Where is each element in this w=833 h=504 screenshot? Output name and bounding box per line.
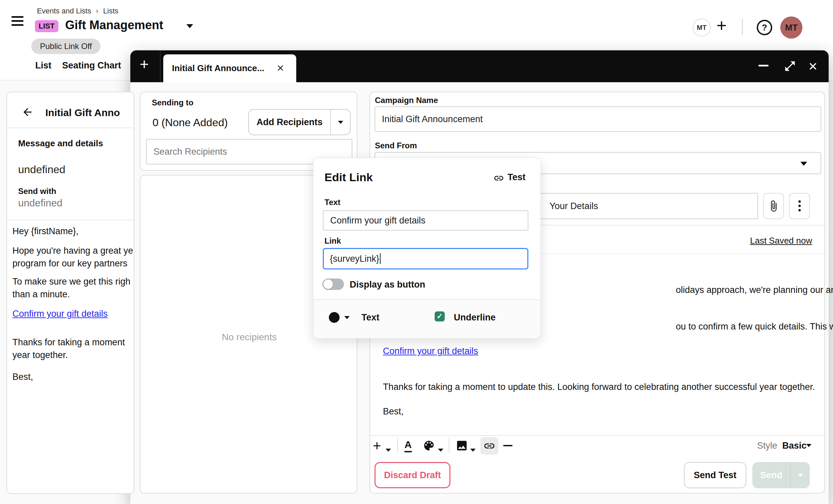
titlebar-divider	[160, 50, 161, 82]
link-text-input[interactable]	[323, 210, 528, 230]
paperclip-icon	[767, 200, 780, 212]
preview-line: Hope you're having a great ye	[13, 246, 133, 256]
campaign-detail-panel: Initial Gift Anno Message and details un…	[6, 92, 134, 494]
chevron-down-icon	[798, 474, 803, 477]
sending-to-label: Sending to	[152, 98, 193, 107]
breadcrumb-item-lists[interactable]: Lists	[103, 7, 118, 15]
attach-file-button[interactable]	[763, 193, 784, 219]
breadcrumb-item-events[interactable]: Events and Lists	[37, 7, 91, 15]
chevron-down-icon	[338, 121, 343, 124]
image-icon	[455, 439, 468, 452]
chevron-down-icon[interactable]	[438, 449, 443, 452]
body-paragraph-3: Thanks for taking a moment to update thi…	[383, 382, 815, 392]
insert-link-button[interactable]	[480, 437, 498, 455]
window-close-icon[interactable]: ✕	[808, 60, 818, 73]
tab-list[interactable]: List	[35, 60, 51, 71]
header-add-button[interactable]: +	[716, 16, 727, 35]
link-url-input[interactable]: {surveyLink}	[323, 248, 528, 270]
link-icon	[483, 440, 495, 452]
breadcrumb-separator: ›	[96, 7, 98, 15]
test-button[interactable]: Test	[507, 172, 526, 182]
header-divider	[742, 19, 743, 35]
more-options-button[interactable]	[789, 193, 810, 219]
dialog-title: Edit Link	[325, 171, 373, 184]
breadcrumb: Events and Lists › Lists	[37, 7, 118, 16]
toolbar-sep	[449, 438, 449, 453]
link-url-label: Link	[325, 236, 341, 246]
underline-label: Underline	[454, 312, 496, 323]
panel-title: Initial Gift Anno	[45, 107, 120, 119]
style-value[interactable]: Basic	[782, 440, 807, 451]
preview-line: program for our key partners	[13, 258, 127, 269]
preview-gift-details-link[interactable]: Confirm your gift details	[13, 309, 108, 319]
color-palette-button[interactable]	[423, 439, 435, 452]
edit-link-dialog: Edit Link Test Text Link {surveyLink} Di…	[313, 158, 541, 338]
help-icon[interactable]: ?	[757, 20, 772, 35]
public-link-status-pill[interactable]: Public Link Off	[31, 39, 100, 54]
insert-block-button[interactable]: +	[373, 438, 381, 454]
dialog-footer: Text ✓ Underline	[313, 299, 541, 338]
toolbar-divider	[370, 435, 824, 436]
campaign-name-label: Campaign Name	[375, 96, 438, 105]
link-text-label: Text	[325, 198, 340, 207]
editor-tab-title: Initial Gift Announce...	[172, 63, 264, 74]
campaign-name-input[interactable]	[375, 106, 821, 132]
body-paragraph-2: ou to confirm a few quick details. This …	[676, 322, 833, 332]
tab-close-icon[interactable]: ✕	[277, 63, 284, 74]
new-tab-button[interactable]: +	[140, 55, 149, 73]
send-test-button[interactable]: Send Test	[684, 462, 746, 488]
link-url-value: {surveyLink}	[330, 254, 379, 264]
add-recipients-split-button: Add Recipients	[248, 109, 351, 135]
horizontal-rule-button[interactable]	[503, 445, 513, 446]
send-with-value: undefined	[18, 197, 63, 209]
preview-line: Thanks for taking a moment	[13, 337, 125, 348]
text-color-label: Text	[361, 312, 380, 323]
test-link-icon	[494, 173, 504, 183]
toolbar-sep	[397, 438, 398, 453]
text-format-button[interactable]: A	[404, 439, 412, 452]
discard-draft-button[interactable]: Discard Draft	[375, 462, 450, 488]
underline-checkbox[interactable]: ✓	[435, 311, 445, 322]
last-saved-link[interactable]: Last Saved now	[750, 235, 812, 246]
page-title: Gift Management	[65, 18, 163, 32]
send-split-button: Send	[753, 462, 810, 488]
back-arrow-icon[interactable]	[22, 106, 33, 118]
panel-divider	[7, 127, 134, 128]
list-type-badge: LIST	[35, 20, 58, 32]
title-dropdown-caret-icon[interactable]	[186, 24, 193, 28]
send-with-label: Send with	[18, 186, 56, 196]
text-cursor	[380, 253, 381, 264]
preview-greeting: Hey {firstName},	[13, 226, 78, 236]
add-recipients-dropdown[interactable]	[331, 110, 350, 134]
window-titlebar[interactable]: + Initial Gift Announce... ✕ ✕	[130, 50, 829, 82]
user-avatar[interactable]: MT	[780, 17, 803, 39]
send-dropdown[interactable]	[791, 462, 810, 488]
chevron-down-icon[interactable]	[344, 316, 350, 319]
preview-line: than a minute.	[13, 289, 70, 300]
body-paragraph-1: olidays approach, we're planning our ann…	[676, 285, 833, 295]
panel-section-title: Message and details	[18, 138, 103, 149]
panel-message-value: undefined	[18, 163, 66, 176]
chevron-down-icon[interactable]	[806, 444, 811, 447]
palette-icon	[423, 439, 435, 452]
send-button[interactable]: Send	[753, 462, 790, 488]
body-gift-details-link[interactable]: Confirm your gift details	[383, 346, 478, 356]
add-recipients-button[interactable]: Add Recipients	[249, 110, 330, 134]
send-from-label: Send From	[375, 141, 417, 150]
insert-image-button[interactable]	[455, 439, 468, 452]
preview-line: year together.	[13, 350, 68, 360]
minimize-icon[interactable]	[758, 65, 768, 67]
text-color-swatch[interactable]	[329, 312, 339, 323]
recipients-count: 0 (None Added)	[152, 117, 228, 129]
preview-line: To make sure we get this righ	[13, 277, 130, 287]
workspace-avatar[interactable]: MT	[693, 19, 711, 36]
chevron-down-icon	[801, 162, 807, 166]
panel-divider-2	[7, 220, 134, 221]
chevron-down-icon[interactable]	[470, 449, 476, 452]
tab-seating-chart[interactable]: Seating Chart	[62, 60, 121, 71]
hamburger-menu-icon[interactable]	[11, 16, 24, 26]
display-as-button-toggle[interactable]	[323, 278, 344, 290]
chevron-down-icon[interactable]	[386, 449, 391, 452]
expand-icon[interactable]	[784, 60, 796, 73]
editor-tab[interactable]: Initial Gift Announce... ✕	[163, 54, 296, 82]
